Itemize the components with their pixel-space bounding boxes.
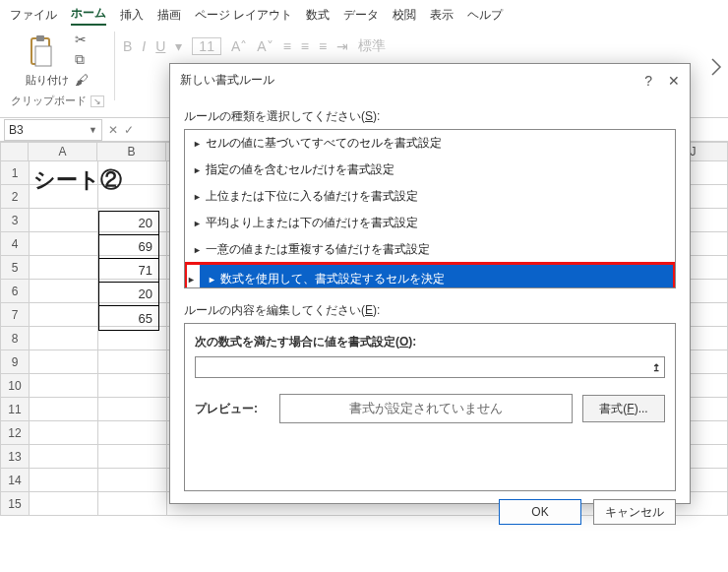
cell[interactable] [98,445,167,469]
col-header-B[interactable]: B [97,142,166,161]
cell[interactable] [30,374,98,398]
select-all-corner[interactable] [0,142,29,161]
clipboard-launcher-icon[interactable]: ↘ [91,95,104,107]
cancel-button[interactable]: キャンセル [593,499,676,525]
row-header[interactable]: 15 [0,492,30,516]
rule-type-list[interactable]: セルの値に基づいてすべてのセルを書式設定 指定の値を含むセルだけを書式設定 上位… [184,129,676,288]
cell[interactable] [98,469,167,492]
new-formatting-rule-dialog: 新しい書式ルール ? ✕ ルールの種類を選択してください(S): セルの値に基づ… [169,63,691,504]
formula-heading: 次の数式を満たす場合に値を書式設定(O): [195,334,665,350]
row-header[interactable]: 5 [0,256,30,280]
menu-view[interactable]: 表示 [430,7,454,24]
row-header[interactable]: 1 [0,161,30,185]
rule-type-item-selected[interactable]: 数式を使用して、書式設定するセルを決定 [184,262,676,288]
cell[interactable] [98,350,167,374]
svg-rect-1 [36,35,44,41]
cell[interactable] [30,209,98,232]
row-header[interactable]: 3 [0,209,30,232]
cell-b6[interactable]: 20 [99,283,158,306]
row-header[interactable]: 14 [0,469,30,492]
row-header[interactable]: 13 [0,445,30,469]
menu-data[interactable]: データ [343,7,379,24]
cell[interactable] [30,327,98,350]
cell-b5[interactable]: 71 [99,259,158,283]
cell[interactable] [30,421,98,445]
menu-home[interactable]: ホーム [71,5,106,26]
cell[interactable] [30,445,98,469]
formula-input[interactable]: ↥ [195,356,665,378]
col-header-A[interactable]: A [29,142,97,161]
clipboard-icon [28,34,55,68]
menu-layout[interactable]: ページ レイアウト [195,7,292,24]
cell[interactable] [30,280,98,303]
rule-desc-box: 次の数式を満たす場合に値を書式設定(O): ↥ プレビュー: 書式が設定されてい… [184,323,676,491]
cell-b7[interactable]: 65 [99,306,158,330]
cell[interactable] [98,398,167,421]
name-box[interactable]: B3 ▼ [4,119,102,141]
row-header[interactable]: 2 [0,185,30,209]
format-painter-icon[interactable]: 🖌 [75,72,89,88]
close-icon[interactable]: ✕ [668,73,680,89]
cell[interactable] [30,303,98,327]
cell[interactable] [30,469,98,492]
cell[interactable] [98,185,167,209]
rule-type-item-selected-inner: 数式を使用して、書式設定するセルを決定 [200,265,673,288]
enter-formula-icon[interactable]: ✓ [124,123,134,137]
paste-button[interactable]: 貼り付け [26,32,69,88]
menu-review[interactable]: 校閲 [393,7,416,24]
row-header[interactable]: 11 [0,398,30,421]
menu-draw[interactable]: 描画 [157,7,181,24]
cell[interactable] [98,161,167,185]
rule-type-item[interactable]: 平均より上または下の値だけを書式設定 [185,210,675,236]
dialog-titlebar[interactable]: 新しい書式ルール ? ✕ [170,64,690,96]
rule-type-item[interactable]: セルの値に基づいてすべてのセルを書式設定 [185,130,675,157]
rule-type-label: ルールの種類を選択してください(S): [184,108,676,125]
menu-file[interactable]: ファイル [10,7,57,24]
row-header[interactable]: 8 [0,327,30,350]
cell[interactable] [98,492,167,516]
cell-b3[interactable]: 20 [99,212,158,235]
ribbon-separator [114,32,115,100]
svg-rect-2 [35,46,51,66]
row-header[interactable]: 9 [0,350,30,374]
clipboard-group: 貼り付け ✂ ⧉ 🖌 クリップボード ↘ [8,32,106,108]
menu-formula[interactable]: 数式 [306,7,330,24]
cell[interactable] [30,232,98,256]
chevron-down-icon: ▼ [89,125,97,135]
row-header[interactable]: 12 [0,421,30,445]
ribbon-disabled-area: BIU ▾ 11 A˄A˅ ≡≡≡ ⇥ 標準 [123,32,386,55]
cell-b4[interactable]: 69 [99,235,158,259]
format-button[interactable]: 書式(F)... [582,395,665,422]
rule-type-item[interactable]: 指定の値を含むセルだけを書式設定 [185,157,675,183]
menu-insert[interactable]: 挿入 [120,7,144,24]
name-box-value: B3 [9,123,24,137]
cell[interactable] [30,256,98,280]
cell[interactable] [30,185,98,209]
menu-help[interactable]: ヘルプ [467,7,503,24]
range-selector-icon[interactable]: ↥ [652,362,660,373]
cancel-formula-icon[interactable]: ✕ [108,123,118,137]
rule-desc-label: ルールの内容を編集してください(E): [184,302,676,319]
cut-icon[interactable]: ✂ [75,32,89,47]
row-header[interactable]: 4 [0,232,30,256]
ok-button[interactable]: OK [499,499,581,525]
rule-type-item[interactable]: 一意の値または重複する値だけを書式設定 [185,236,675,263]
preview-label: プレビュー: [195,401,270,417]
menu-bar: ファイル ホーム 挿入 描画 ページ レイアウト 数式 データ 校閲 表示 ヘル… [0,0,728,26]
copy-icon[interactable]: ⧉ [75,51,89,68]
cell[interactable] [30,492,98,516]
cell[interactable] [98,421,167,445]
row-header[interactable]: 6 [0,280,30,303]
rule-type-item[interactable]: 上位または下位に入る値だけを書式設定 [185,183,675,210]
clipboard-caption: クリップボード [11,94,87,108]
cell[interactable] [30,398,98,421]
cell[interactable] [30,350,98,374]
help-icon[interactable]: ? [644,73,652,89]
ribbon-collapse-icon[interactable] [708,55,724,88]
row-header[interactable]: 7 [0,303,30,327]
cell[interactable] [30,161,98,185]
paste-label: 貼り付け [26,73,69,88]
row-header[interactable]: 10 [0,374,30,398]
data-range: 20 69 71 20 65 [98,211,159,331]
cell[interactable] [98,374,167,398]
